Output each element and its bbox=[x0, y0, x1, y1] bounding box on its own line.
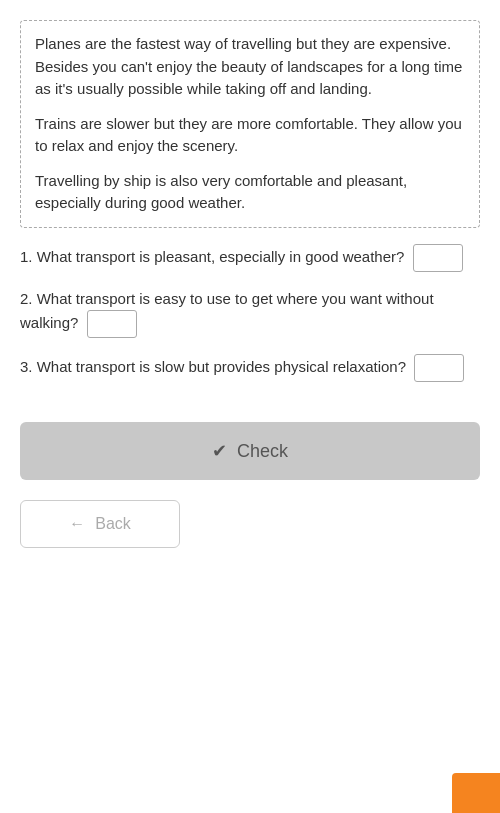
orange-corner bbox=[452, 773, 500, 813]
question-3-text: 3. What transport is slow but provides p… bbox=[20, 358, 406, 375]
page-container: Planes are the fastest way of travelling… bbox=[0, 0, 500, 813]
question-1-text: 1. What transport is pleasant, especiall… bbox=[20, 247, 404, 264]
answer-input-3[interactable] bbox=[414, 354, 464, 382]
passage-paragraph-1: Planes are the fastest way of travelling… bbox=[35, 33, 465, 101]
question-item-3: 3. What transport is slow but provides p… bbox=[20, 354, 480, 382]
passage-paragraph-3: Travelling by ship is also very comforta… bbox=[35, 170, 465, 215]
text-passage: Planes are the fastest way of travelling… bbox=[20, 20, 480, 228]
question-2-text: 2. What transport is easy to use to get … bbox=[20, 290, 434, 331]
passage-paragraph-2: Trains are slower but they are more comf… bbox=[35, 113, 465, 158]
question-item-1: 1. What transport is pleasant, especiall… bbox=[20, 244, 480, 272]
answer-input-1[interactable] bbox=[413, 244, 463, 272]
check-icon: ✔ bbox=[212, 440, 227, 462]
answer-input-2[interactable] bbox=[87, 310, 137, 338]
back-label: Back bbox=[95, 515, 131, 533]
question-item-2: 2. What transport is easy to use to get … bbox=[20, 288, 480, 339]
check-label: Check bbox=[237, 441, 288, 462]
back-arrow-icon: ← bbox=[69, 515, 85, 533]
check-button[interactable]: ✔ Check bbox=[20, 422, 480, 480]
questions-section: 1. What transport is pleasant, especiall… bbox=[0, 228, 500, 399]
back-button[interactable]: ← Back bbox=[20, 500, 180, 548]
